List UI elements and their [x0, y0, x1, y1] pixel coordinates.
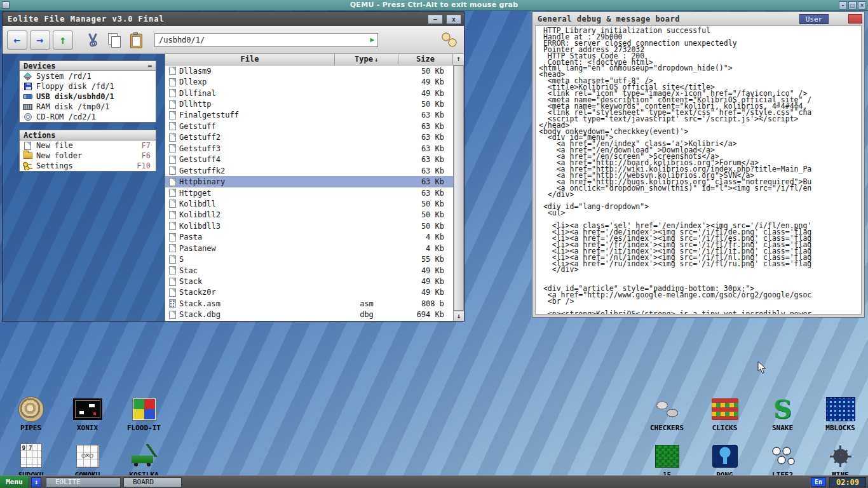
eolite-close-button[interactable]: x	[446, 15, 461, 24]
desktop-icon-image	[129, 396, 159, 422]
window-switcher-button[interactable]: ↕	[31, 477, 41, 487]
action-item[interactable]: Settings F10	[20, 161, 156, 171]
action-item[interactable]: New folder F6	[20, 151, 156, 161]
desktop-icon[interactable]: FLOOD-IT	[116, 385, 172, 432]
action-hotkey: F10	[137, 161, 153, 170]
file-row[interactable]: Stack.asm asm 808 b	[165, 298, 453, 309]
desktop-icon[interactable]: XONIX	[59, 385, 116, 432]
taskbar-clock[interactable]: 02:09	[829, 477, 866, 487]
qemu-close-button[interactable]: ×	[858, 1, 866, 10]
file-row[interactable]: Getstuff 63 Kb	[165, 121, 453, 132]
device-item[interactable]: USB disk/usbhd0/1	[20, 92, 156, 102]
desktop-icon-image	[768, 396, 798, 422]
file-row[interactable]: Getstuff2 63 Kb	[165, 132, 453, 143]
desktop-icon[interactable]: CHECKERS	[638, 385, 696, 432]
go-button[interactable]: ▶	[367, 36, 377, 44]
file-row[interactable]: Dllexp 49 Kb	[165, 76, 453, 87]
taskbar-task-button[interactable]: BOARD	[123, 477, 182, 487]
device-item[interactable]: CD-ROM /cd2/1	[20, 112, 156, 122]
file-row[interactable]: Dllhttp 50 Kb	[165, 98, 453, 109]
screen: QEMU - Press Ctrl-Alt to exit mouse grab…	[0, 0, 868, 488]
file-row[interactable]: Getstuffk2 63 Kb	[165, 165, 453, 176]
actions-panel: Actions New file F7 New folder F6	[19, 130, 156, 172]
board-close-button[interactable]	[848, 14, 862, 24]
file-name: Stack	[179, 277, 335, 286]
file-row[interactable]: Stack 49 Kb	[165, 276, 453, 287]
action-item[interactable]: New file F7	[20, 140, 156, 151]
scroll-up-button[interactable]: ↑	[453, 54, 464, 65]
file-name: Kolibdll2	[179, 210, 335, 219]
file-size: 50 Kb	[398, 222, 453, 231]
file-size: 50 Kb	[398, 100, 453, 109]
file-row[interactable]: Finalgetstuff 63 Kb	[165, 110, 453, 121]
devices-collapse-icon[interactable]: =	[147, 62, 152, 70]
file-row[interactable]: Stackz0r 49 Kb	[165, 287, 453, 298]
desktop-icon[interactable]: 15	[638, 432, 696, 479]
qemu-minimize-button[interactable]: –	[839, 1, 847, 10]
desktop-icon[interactable]: PIPES	[3, 385, 59, 432]
file-name: Pasta	[179, 233, 335, 241]
file-row[interactable]: S 55 Kb	[165, 254, 453, 264]
file-row[interactable]: Pasta 4 Kb	[165, 232, 453, 243]
file-row[interactable]: Getstuff4 63 Kb	[165, 154, 453, 165]
devices-panel-header[interactable]: Devices =	[19, 60, 156, 71]
back-button[interactable]: ←	[7, 30, 27, 50]
file-icon	[169, 78, 176, 86]
board-user-tab[interactable]: User	[799, 14, 829, 24]
file-row[interactable]: Stac 49 Kb	[165, 265, 453, 276]
qemu-maximize-button[interactable]: □	[848, 1, 857, 10]
file-icon	[169, 266, 176, 274]
path-input[interactable]: /usbhd0/1/ ▶	[154, 33, 378, 47]
file-size: 63 Kb	[398, 111, 453, 119]
device-item[interactable]: RAM disk /tmp0/1	[20, 102, 156, 112]
scroll-down-button[interactable]: ↓	[454, 311, 464, 321]
board-titlebar[interactable]: General debug & message board User	[532, 12, 864, 25]
file-row[interactable]: Kolibdll3 50 Kb	[165, 220, 453, 231]
file-row[interactable]: Httpbinary 63 Kb	[165, 176, 453, 187]
file-row[interactable]: Stack.dbg dbg 694 Kb	[165, 309, 453, 320]
scrollbar-thumb[interactable]	[454, 65, 464, 311]
desktop-icon[interactable]: PONG	[696, 432, 754, 479]
eolite-titlebar[interactable]: Eolite File Manager v3.0 Final – x	[3, 12, 464, 26]
file-row[interactable]: Httpget 63 Kb	[165, 187, 453, 198]
mouse-cursor	[757, 361, 767, 377]
file-icon	[169, 211, 176, 219]
cut-icon[interactable]	[85, 32, 101, 48]
up-button[interactable]: ↑	[53, 30, 73, 50]
desktop-icon[interactable]: CLICKS	[696, 385, 754, 432]
eolite-minimize-button[interactable]: –	[428, 15, 443, 24]
qemu-titlebar[interactable]: QEMU - Press Ctrl-Alt to exit mouse grab…	[0, 0, 868, 11]
file-row[interactable]: Getstuff3 63 Kb	[165, 143, 453, 154]
desktop-icon[interactable]: MBLOCKS	[811, 385, 868, 432]
taskbar-task-button[interactable]: EOLITE	[46, 477, 121, 487]
scrollbar[interactable]: ↓	[453, 65, 464, 321]
file-name: Kolibdll	[179, 200, 335, 208]
forward-button[interactable]: →	[30, 30, 50, 50]
file-row[interactable]: Dllasm9 50 Kb	[165, 65, 453, 76]
file-row[interactable]: Pastanew 4 Kb	[165, 243, 453, 254]
column-header-type[interactable]: Type↓	[335, 54, 398, 65]
keyboard-layout-badge[interactable]: En	[811, 477, 826, 487]
file-row[interactable]: Kolibdll2 50 Kb	[165, 210, 453, 220]
column-header-file[interactable]: File	[165, 54, 335, 65]
desktop-icon[interactable]: LIFE2	[754, 432, 811, 479]
file-size: 50 Kb	[398, 67, 453, 76]
toolbar-options-icon[interactable]	[440, 32, 459, 48]
start-menu-button[interactable]: Menu	[0, 476, 29, 488]
eolite-window: Eolite File Manager v3.0 Final – x ← → ↑…	[2, 11, 465, 322]
file-row[interactable]: Dllfinal 49 Kb	[165, 88, 453, 98]
device-item[interactable]: Floppy disk /fd/1	[20, 81, 156, 92]
desktop-icon[interactable]: MINE	[811, 432, 868, 479]
file-row[interactable]: Kolibdll 50 Kb	[165, 198, 453, 209]
desktop-icon[interactable]: KOSILKA	[116, 432, 172, 479]
paste-icon[interactable]	[128, 32, 144, 48]
desktop-icon-label: XONIX	[77, 424, 98, 432]
desktop-icon[interactable]: GOMOKU	[59, 432, 116, 479]
copy-icon[interactable]	[106, 32, 123, 48]
desktop-icon[interactable]: SUDOKU	[3, 432, 59, 479]
column-header-size[interactable]: Size	[398, 54, 453, 65]
actions-panel-header[interactable]: Actions	[19, 130, 156, 140]
desktop-icon[interactable]: SNAKE	[754, 385, 811, 432]
device-item[interactable]: System /rd/1	[20, 71, 156, 81]
desktop-icon-label: CLICKS	[712, 424, 738, 432]
